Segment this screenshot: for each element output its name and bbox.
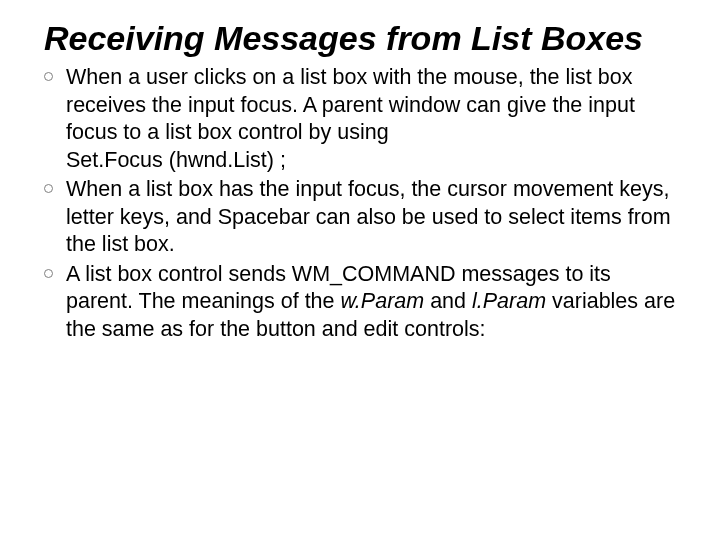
paragraph: When a user clicks on a list box with th… [66, 65, 635, 144]
list-item: When a user clicks on a list box with th… [44, 64, 676, 174]
slide-body: When a user clicks on a list box with th… [44, 64, 676, 343]
bullet-text: When a user clicks on a list box with th… [66, 64, 676, 174]
text-run: and [424, 289, 472, 313]
italic-text: w.Param [341, 289, 425, 313]
bullet-icon [44, 64, 66, 174]
bullet-text: A list box control sends WM_COMMAND mess… [66, 261, 676, 344]
bullet-text: When a list box has the input focus, the… [66, 176, 676, 259]
bullet-icon [44, 261, 66, 344]
slide-title: Receiving Messages from List Boxes [44, 18, 676, 58]
italic-text: l.Param [472, 289, 546, 313]
bullet-icon [44, 176, 66, 259]
code-line: Set.Focus (hwnd.List) ; [66, 147, 676, 175]
list-item: When a list box has the input focus, the… [44, 176, 676, 259]
list-item: A list box control sends WM_COMMAND mess… [44, 261, 676, 344]
slide: Receiving Messages from List Boxes When … [0, 0, 720, 540]
